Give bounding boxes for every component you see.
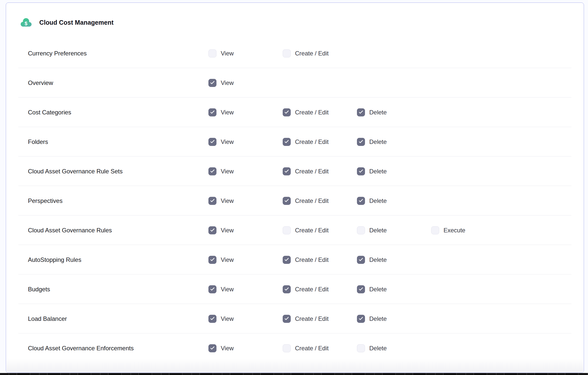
resource-label: Currency Preferences — [28, 50, 208, 57]
delete-checkbox[interactable] — [357, 108, 365, 116]
permission-label: View — [221, 168, 234, 175]
delete-permission: Delete — [357, 256, 431, 264]
delete-permission: Delete — [357, 108, 431, 116]
module-title: Cloud Cost Management — [39, 19, 114, 26]
permission-label: Create / Edit — [295, 345, 328, 352]
view-checkbox[interactable] — [208, 197, 216, 205]
resource-label: Folders — [28, 138, 208, 145]
create-edit-checkbox[interactable] — [283, 315, 291, 323]
resource-label: Overview — [28, 79, 208, 86]
view-permission: View — [208, 197, 283, 205]
permission-label: View — [221, 109, 234, 116]
check-icon — [285, 257, 289, 261]
check-icon — [359, 109, 363, 114]
permission-label: View — [221, 315, 234, 322]
delete-checkbox[interactable] — [357, 315, 365, 323]
permission-row: Cloud Asset Governance RulesViewCreate /… — [6, 215, 584, 245]
resource-label: AutoStopping Rules — [28, 256, 208, 263]
permission-label: Delete — [369, 197, 387, 204]
permission-label: View — [221, 197, 234, 204]
permission-label: Delete — [369, 345, 387, 352]
resource-label: Cloud Asset Governance Rules — [28, 227, 208, 234]
delete-checkbox[interactable] — [357, 344, 365, 352]
delete-permission: Delete — [357, 285, 431, 293]
resource-label: Load Balancer — [28, 315, 208, 322]
create-edit-permission: Create / Edit — [283, 167, 357, 175]
delete-permission: Delete — [357, 197, 431, 205]
execute-permission: Execute — [431, 226, 584, 234]
permission-label: View — [221, 50, 234, 57]
permission-label: Delete — [369, 286, 387, 293]
view-checkbox[interactable] — [208, 285, 216, 293]
permission-label: Create / Edit — [295, 286, 328, 293]
create-edit-checkbox[interactable] — [283, 167, 291, 175]
permission-row: OverviewView — [6, 68, 584, 98]
view-checkbox[interactable] — [208, 138, 216, 146]
check-icon — [210, 139, 215, 143]
view-checkbox[interactable] — [208, 256, 216, 264]
module-header: $ Cloud Cost Management — [6, 3, 584, 39]
delete-permission: Delete — [357, 344, 431, 352]
permission-row: AutoStopping RulesViewCreate / EditDelet… — [6, 245, 584, 274]
permission-row: Currency PreferencesViewCreate / Edit — [6, 39, 584, 68]
view-permission: View — [208, 226, 283, 234]
permission-label: Create / Edit — [295, 168, 328, 175]
check-icon — [210, 286, 215, 291]
permission-label: Create / Edit — [295, 197, 328, 204]
check-icon — [210, 80, 215, 84]
permission-row: Load BalancerViewCreate / EditDelete — [6, 304, 584, 333]
create-edit-permission: Create / Edit — [283, 49, 357, 57]
delete-checkbox[interactable] — [357, 285, 365, 293]
view-checkbox[interactable] — [208, 315, 216, 323]
create-edit-permission: Create / Edit — [283, 315, 357, 323]
view-checkbox[interactable] — [208, 79, 216, 87]
check-icon — [285, 316, 289, 320]
create-edit-checkbox[interactable] — [283, 285, 291, 293]
resource-label: Budgets — [28, 286, 208, 293]
create-edit-checkbox[interactable] — [283, 49, 291, 57]
create-edit-permission: Create / Edit — [283, 344, 357, 352]
check-icon — [210, 345, 215, 350]
view-permission: View — [208, 138, 283, 146]
permission-label: Create / Edit — [295, 109, 328, 116]
check-icon — [210, 257, 215, 261]
view-checkbox[interactable] — [208, 108, 216, 116]
view-checkbox[interactable] — [208, 226, 216, 234]
permission-label: View — [221, 256, 234, 263]
delete-checkbox[interactable] — [357, 256, 365, 264]
permission-row: Cloud Asset Governance EnforcementsViewC… — [6, 333, 584, 363]
cutoff-content-strip — [0, 373, 588, 375]
view-checkbox[interactable] — [208, 167, 216, 175]
create-edit-checkbox[interactable] — [283, 344, 291, 352]
create-edit-permission: Create / Edit — [283, 226, 357, 234]
permission-label: Execute — [444, 227, 465, 234]
view-checkbox[interactable] — [208, 344, 216, 352]
create-edit-checkbox[interactable] — [283, 256, 291, 264]
check-icon — [285, 168, 289, 173]
create-edit-permission: Create / Edit — [283, 108, 357, 116]
permission-label: Create / Edit — [295, 50, 328, 57]
delete-checkbox[interactable] — [357, 197, 365, 205]
delete-checkbox[interactable] — [357, 138, 365, 146]
view-permission: View — [208, 285, 283, 293]
delete-checkbox[interactable] — [357, 226, 365, 234]
permission-label: Delete — [369, 168, 387, 175]
check-icon — [359, 286, 363, 291]
permission-label: Delete — [369, 138, 387, 145]
permission-label: Delete — [369, 227, 387, 234]
create-edit-checkbox[interactable] — [283, 226, 291, 234]
permission-label: View — [221, 79, 234, 86]
permission-label: Create / Edit — [295, 315, 328, 322]
check-icon — [210, 198, 215, 202]
check-icon — [285, 139, 289, 143]
check-icon — [285, 198, 289, 202]
create-edit-permission: Create / Edit — [283, 285, 357, 293]
create-edit-checkbox[interactable] — [283, 197, 291, 205]
execute-checkbox[interactable] — [431, 226, 439, 234]
permission-label: View — [221, 345, 234, 352]
create-edit-checkbox[interactable] — [283, 138, 291, 146]
view-checkbox[interactable] — [208, 49, 216, 57]
delete-checkbox[interactable] — [357, 167, 365, 175]
create-edit-checkbox[interactable] — [283, 108, 291, 116]
permissions-card: $ Cloud Cost Management Currency Prefere… — [6, 3, 584, 373]
